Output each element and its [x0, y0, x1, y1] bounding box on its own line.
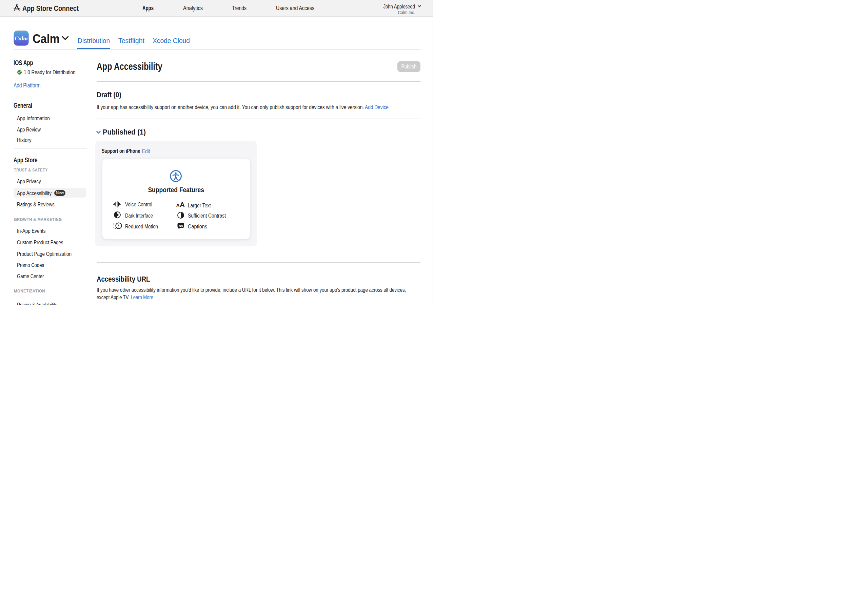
svg-text:Calm: Calm: [15, 35, 28, 42]
